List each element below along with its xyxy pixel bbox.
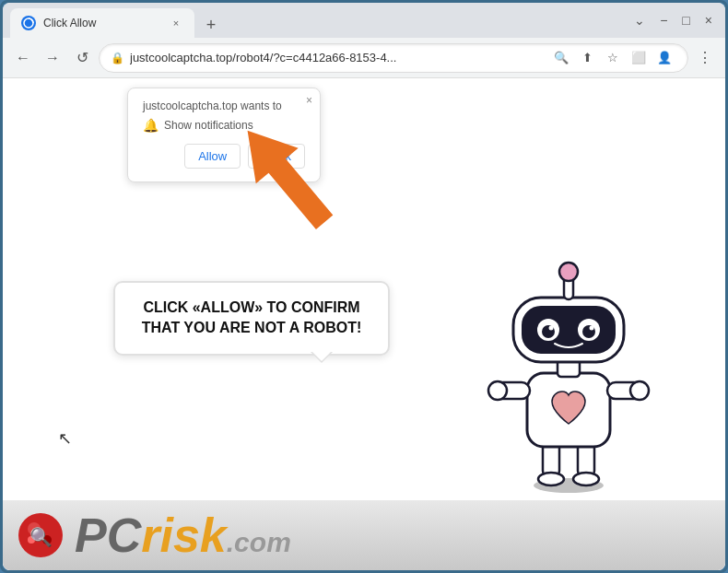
refresh-button[interactable]: ↺	[69, 45, 95, 71]
speech-bubble-text: CLICK «ALLOW» TO CONFIRM THAT YOU ARE NO…	[134, 298, 370, 339]
popup-buttons: Allow Block	[143, 144, 305, 169]
lock-icon: 🔒	[111, 52, 124, 64]
window-controls: ⌄ − □ ×	[628, 11, 718, 29]
robot-svg	[486, 253, 652, 493]
more-options-button[interactable]: ⋮	[692, 45, 718, 71]
bookmark-icon[interactable]: ☆	[601, 46, 625, 70]
url-text: justcoolcaptcha.top/robot4/?c=c4412a66-8…	[130, 51, 544, 64]
tab-favicon	[21, 16, 36, 30]
active-tab[interactable]: Click Allow ×	[10, 8, 194, 38]
popup-site-text: justcoolcaptcha.top wants to	[143, 99, 305, 112]
pcrisk-pc-text: PC	[75, 511, 141, 559]
speech-bubble: CLICK «ALLOW» TO CONFIRM THAT YOU ARE NO…	[113, 281, 390, 356]
svg-rect-16	[523, 307, 615, 353]
notification-popup: × justcoolcaptcha.top wants to 🔔 Show no…	[127, 88, 321, 182]
browser-window: Click Allow × + ⌄ − □ × ← → ↺ 🔒 justcool…	[3, 3, 725, 570]
chevron-down-icon[interactable]: ⌄	[628, 11, 651, 29]
block-button[interactable]: Block	[248, 144, 305, 169]
close-button[interactable]: ×	[699, 11, 718, 29]
minimize-button[interactable]: −	[654, 11, 673, 29]
pcrisk-icon: 🔍	[18, 512, 64, 558]
forward-button[interactable]: →	[40, 45, 65, 71]
page-content: × justcoolcaptcha.top wants to 🔔 Show no…	[3, 78, 725, 570]
tab-area: Click Allow × +	[10, 3, 617, 38]
allow-button[interactable]: Allow	[184, 144, 241, 169]
profile-icon[interactable]: 👤	[652, 46, 676, 70]
address-icons: 🔍 ⬆ ☆ ⬜ 👤	[549, 46, 676, 70]
new-tab-button[interactable]: +	[198, 12, 224, 38]
svg-point-22	[590, 326, 594, 331]
svg-point-5	[538, 473, 564, 485]
address-bar[interactable]: 🔒 justcoolcaptcha.top/robot4/?c=c4412a66…	[99, 43, 688, 73]
svg-point-21	[549, 326, 554, 331]
address-bar-row: ← → ↺ 🔒 justcoolcaptcha.top/robot4/?c=c4…	[3, 38, 725, 78]
restore-button[interactable]: □	[676, 11, 695, 29]
share-icon[interactable]: ⬆	[575, 46, 599, 70]
pcrisk-logo-text: PC risk .com	[75, 511, 291, 559]
split-screen-icon[interactable]: ⬜	[627, 46, 651, 70]
mouse-cursor: ↖	[58, 428, 72, 449]
svg-point-15	[559, 263, 578, 281]
robot-illustration	[486, 253, 652, 497]
svg-point-6	[573, 473, 599, 485]
popup-close-button[interactable]: ×	[306, 94, 312, 107]
search-icon[interactable]: 🔍	[549, 46, 573, 70]
svg-text:🔍: 🔍	[29, 526, 53, 548]
pcrisk-bar: 🔍 PC risk .com	[3, 500, 725, 570]
pcrisk-dotcom-text: .com	[227, 527, 291, 558]
svg-point-11	[630, 381, 649, 400]
tab-title: Click Allow	[43, 17, 161, 29]
notification-label: Show notifications	[164, 119, 253, 132]
pcrisk-risk-text: risk	[141, 511, 227, 559]
title-bar: Click Allow × + ⌄ − □ ×	[3, 3, 725, 38]
back-button[interactable]: ←	[10, 45, 36, 71]
popup-bell-row: 🔔 Show notifications	[143, 118, 305, 133]
svg-point-10	[488, 381, 507, 400]
tab-close-button[interactable]: ×	[169, 16, 183, 30]
bell-icon: 🔔	[143, 118, 159, 133]
